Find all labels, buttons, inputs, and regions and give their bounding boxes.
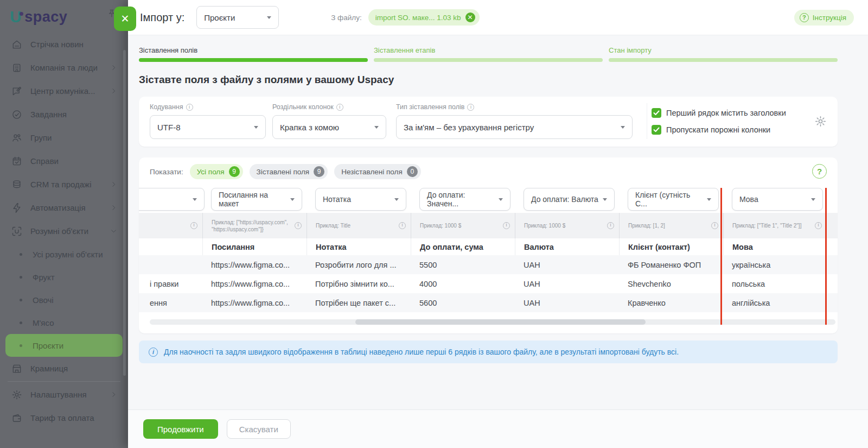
import-modal: Імпорт у: Проєкти З файлу: import SO. ма…	[128, 0, 868, 448]
sidebar-subitem-vegetables[interactable]: Овочі	[5, 288, 123, 311]
info-icon: i	[336, 104, 343, 111]
checkbox-checked-icon[interactable]	[652, 108, 661, 118]
sidebar-item-automation[interactable]: Автоматизація	[5, 196, 123, 219]
import-options: Перший рядок містить заголовки Пропускат…	[647, 103, 786, 139]
info-icon: i	[467, 104, 474, 111]
check-circle-icon	[11, 109, 23, 121]
import-target-value: Проєкти	[204, 13, 235, 22]
sidebar-item-tariff[interactable]: Тариф та оплата	[5, 406, 123, 430]
continue-button[interactable]: Продовжити	[143, 419, 218, 439]
logo-u: U	[10, 8, 22, 26]
spacer	[139, 312, 838, 319]
horizontal-scrollbar[interactable]	[150, 319, 835, 325]
chevron-right-icon	[110, 87, 117, 94]
sidebar-item-company-people[interactable]: Компанія та люди	[5, 56, 123, 79]
page-title: Зіставте поля з файлу з полями у вашому …	[139, 74, 838, 86]
delimiter-label: Роздільник колонок	[272, 103, 334, 111]
match-type-group: Тип зіставлення полівi За ім'ям – без ур…	[396, 103, 633, 139]
delimiter-select[interactable]: Крапка з комою	[272, 115, 386, 139]
step-import-status[interactable]: Стан імпорту	[609, 46, 838, 62]
home-icon	[11, 39, 23, 51]
info-icon: i	[186, 104, 193, 111]
smart-objects-icon	[11, 225, 23, 237]
step-stage-mapping[interactable]: Зіставлення етапів	[374, 46, 603, 62]
step-field-mapping[interactable]: Зіставлення полів	[139, 46, 368, 62]
field-select-cut[interactable]	[139, 188, 205, 211]
info-icon: i	[607, 222, 614, 229]
delimiter-group: Роздільник колонокi Крапка з комою	[272, 103, 386, 139]
modal-header: Імпорт у: Проєкти З файлу: import SO. ма…	[128, 0, 868, 35]
remove-file-icon[interactable]: ✕	[465, 12, 475, 22]
info-icon: i	[190, 222, 197, 229]
sidebar-item-shop[interactable]: Крамниця	[5, 357, 123, 380]
checkbox-checked-icon[interactable]	[652, 125, 661, 135]
database-icon	[11, 179, 23, 191]
sidebar-item-crm[interactable]: CRM та продажі	[5, 173, 123, 196]
filter-all-fields[interactable]: Усі поля 9	[190, 164, 243, 179]
sidebar-item-tasks[interactable]: Завдання	[5, 103, 123, 126]
sidebar-subitem-meat[interactable]: М'ясо	[5, 311, 123, 334]
chevron-down-icon	[621, 126, 625, 129]
close-modal-button[interactable]: ✕	[114, 7, 136, 31]
sidebar-menu: Стрічка новин Компанія та люди Центр ком…	[0, 33, 128, 430]
chevron-down-icon	[254, 126, 258, 129]
bullet-icon	[20, 299, 22, 301]
chevron-down-icon	[110, 228, 117, 235]
chevron-down-icon	[603, 198, 607, 201]
field-select-payment-currency[interactable]: До оплати: Валюта	[524, 188, 615, 211]
sidebar-subitem-all-smart-objects[interactable]: Усі розумні об'єкти	[5, 243, 123, 266]
field-select-client[interactable]: Клієнт (сутність С...	[628, 188, 719, 211]
sidebar-subitem-projects-active[interactable]: Проєкти	[5, 334, 123, 357]
modal-body: Зіставлення полів Зіставлення етапів Ста…	[128, 35, 868, 409]
modal-title: Імпорт у:	[140, 11, 184, 24]
modal-footer: Продовжити Скасувати	[128, 409, 868, 448]
filter-unmapped-fields[interactable]: Незіставлені поля 0	[334, 164, 421, 179]
logo-text: spacy	[24, 9, 67, 26]
building-icon	[11, 62, 23, 74]
sidebar-item-settings[interactable]: Налаштування	[5, 383, 123, 406]
bullet-icon	[20, 344, 22, 347]
match-type-label: Тип зіставлення полів	[396, 103, 464, 111]
encoding-group: Кодуванняi UTF-8	[150, 103, 266, 139]
sidebar-subitem-fruit[interactable]: Фрукт	[5, 266, 123, 288]
wallet-icon	[11, 412, 23, 424]
scrollbar-thumb[interactable]	[355, 319, 646, 325]
sidebar-item-news-feed[interactable]: Стрічка новин	[5, 33, 123, 56]
import-target-select[interactable]: Проєкти	[196, 6, 279, 29]
import-settings-card: Кодуванняi UTF-8 Роздільник колонокi Кра…	[139, 97, 838, 147]
table-row: ення https://www.figma.co... Потрібен ще…	[139, 293, 838, 312]
bullet-icon	[20, 276, 22, 279]
sidebar-item-communication-center[interactable]: Центр комуніка...	[5, 79, 123, 103]
sidebar-divider	[8, 381, 120, 382]
table-row: і правки https://www.figma.co... Потрібн…	[139, 274, 838, 293]
table-header-row: Посилання Нотатка До оплати, сума Валюта…	[139, 238, 838, 255]
field-select-language[interactable]: Мова	[732, 188, 823, 211]
filter-mapped-fields[interactable]: Зіставлені поля 9	[250, 164, 328, 179]
count-badge: 9	[314, 166, 324, 177]
instruction-button[interactable]: ? Інструкція	[794, 10, 854, 26]
settings-gear-icon[interactable]	[814, 115, 827, 128]
info-banner-text: Для наочності та задля швидкого відображ…	[164, 348, 679, 356]
sidebar-item-groups[interactable]: Групи	[5, 126, 123, 149]
field-select-row: Посилання на макет Нотатка До оплати: Зн…	[139, 188, 838, 211]
header-row-checkbox-row[interactable]: Перший рядок містить заголовки	[652, 108, 786, 118]
field-select-note[interactable]: Нотатка	[315, 188, 406, 211]
storefront-icon	[11, 363, 23, 375]
field-select-link[interactable]: Посилання на макет	[211, 188, 302, 211]
info-icon: i	[399, 222, 406, 229]
cancel-button[interactable]: Скасувати	[227, 419, 291, 439]
skip-empty-checkbox-row[interactable]: Пропускати порожні колонки	[652, 125, 786, 135]
step-progress-bar	[609, 58, 838, 62]
help-icon[interactable]: ?	[812, 164, 827, 179]
sidebar-scrollbar[interactable]	[123, 50, 126, 376]
delimiter-value: Крапка з комою	[280, 123, 339, 132]
info-banner: i Для наочності та задля швидкого відобр…	[139, 340, 838, 363]
people-icon	[11, 132, 23, 144]
logo-dot	[20, 12, 23, 16]
match-type-select[interactable]: За ім'ям – без урахування регістру	[396, 115, 633, 139]
chevron-down-icon	[811, 198, 815, 201]
encoding-select[interactable]: UTF-8	[150, 115, 266, 139]
field-select-payment-value[interactable]: До оплати: Значен...	[419, 188, 510, 211]
sidebar-item-smart-objects[interactable]: Розумні об'єкти	[5, 219, 123, 243]
sidebar-item-activities[interactable]: Справи	[5, 149, 123, 173]
